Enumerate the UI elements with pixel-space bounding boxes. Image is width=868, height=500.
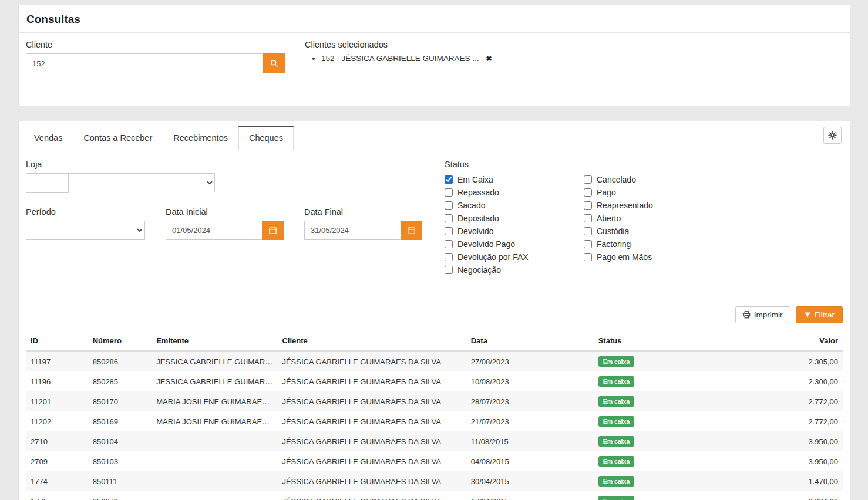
status-option-label: Custódia (597, 227, 629, 236)
checkbox-pago-em-maos[interactable] (584, 253, 592, 261)
checkbox-aberto[interactable] (584, 214, 592, 222)
cell-numero: 850079 (88, 491, 152, 500)
data-inicial-input[interactable] (166, 221, 263, 240)
tab-recebimentos[interactable]: Recebimentos (163, 126, 238, 150)
periodo-label: Período (26, 207, 145, 217)
imprimir-button[interactable]: Imprimir (735, 306, 790, 323)
table-body: 11197850286JESSICA GABRIELLE GUIMARAES D… (26, 351, 843, 500)
cell-data: 28/07/2023 (466, 391, 594, 411)
status-option-factoring[interactable]: Factoring (584, 238, 723, 251)
cell-numero: 850111 (88, 471, 152, 491)
cell-cliente: JÉSSICA GABRIELLE GUIMARAES DA SILVA (277, 491, 466, 500)
cell-cliente: JÉSSICA GABRIELLE GUIMARAES DA SILVA (277, 391, 466, 411)
status-option-label: Devolvido Pago (457, 239, 515, 249)
tabs: VendasContas a ReceberRecebimentosCheque… (19, 121, 850, 150)
checkbox-em-caixa[interactable] (445, 175, 453, 184)
cell-id: 1775 (26, 491, 88, 500)
table-header-row: IDNúmeroEmitenteClienteDataStatusValor (26, 330, 843, 351)
cell-cliente: JÉSSICA GABRIELLE GUIMARAES DA SILVA (277, 471, 466, 491)
filtrar-button[interactable]: Filtrar (796, 306, 843, 323)
cliente-search-input[interactable] (26, 53, 264, 73)
status-option-sacado[interactable]: Sacado (445, 199, 584, 212)
selected-client-item: 152 - JÉSSICA GABRIELLE GUIMARAES ...✖ (321, 54, 492, 63)
status-option-label: Negociação (457, 265, 501, 275)
checkbox-factoring[interactable] (584, 240, 592, 248)
status-option-devolvido[interactable]: Devolvido (445, 225, 584, 238)
tab-vendas[interactable]: Vendas (23, 126, 73, 150)
checkbox-sacado[interactable] (445, 201, 453, 210)
checkbox-repassado[interactable] (445, 188, 453, 197)
data-final-calendar-button[interactable] (401, 221, 422, 240)
status-column-2: CanceladoPagoReapresentadoAbertoCustódia… (584, 173, 723, 276)
table-row: 11202850169MARIA JOSILENE GUIMARÃES SILV… (26, 411, 843, 431)
status-option-label: Devolução por FAX (457, 252, 529, 262)
cell-data: 04/08/2015 (466, 451, 594, 471)
cell-emitente: JESSICA GABRIELLE GUIMARAES D... (152, 371, 277, 391)
status-option-devolucao-por-fax[interactable]: Devolução por FAX (445, 251, 584, 263)
status-option-label: Aberto (597, 214, 621, 223)
selected-client-text: 152 - JÉSSICA GABRIELLE GUIMARAES ... (321, 54, 479, 63)
status-option-pago-em-maos[interactable]: Pago em Mãos (584, 251, 723, 263)
table-row: 2710850104JÉSSICA GABRIELLE GUIMARAES DA… (26, 431, 843, 451)
column-header-id: ID (26, 330, 88, 351)
status-columns: Em CaixaRepassadoSacadoDepositadoDevolvi… (445, 173, 843, 276)
calendar-icon (408, 227, 415, 234)
cell-cliente: JÉSSICA GABRIELLE GUIMARAES DA SILVA (277, 371, 466, 391)
checkbox-devolvido[interactable] (445, 227, 453, 235)
loja-code-input[interactable] (26, 173, 69, 193)
cell-id: 11202 (26, 411, 88, 431)
imprimir-label: Imprimir (754, 310, 783, 319)
status-option-reapresentado[interactable]: Reapresentado (584, 199, 723, 212)
table-row: 11197850286JESSICA GABRIELLE GUIMARAES D… (26, 351, 843, 371)
page: Consultas Cliente Clientes selecionados … (0, 0, 868, 500)
status-option-pago[interactable]: Pago (584, 186, 723, 199)
periodo-select[interactable] (26, 221, 145, 240)
cell-valor: 2.305,00 (700, 351, 843, 371)
status-option-custodia[interactable]: Custódia (584, 225, 723, 238)
checkbox-reapresentado[interactable] (584, 201, 592, 210)
status-option-aberto[interactable]: Aberto (584, 212, 723, 225)
status-option-label: Factoring (597, 239, 631, 249)
cell-cliente: JÉSSICA GABRIELLE GUIMARAES DA SILVA (277, 411, 466, 431)
remove-client-icon[interactable]: ✖ (486, 55, 492, 63)
data-final-input[interactable] (304, 221, 401, 240)
checkbox-custodia[interactable] (584, 227, 592, 235)
status-option-negociacao[interactable]: Negociação (445, 263, 584, 276)
status-label: Status (445, 160, 843, 169)
status-option-cancelado[interactable]: Cancelado (584, 173, 723, 186)
status-option-label: Sacado (457, 201, 485, 210)
status-badge: Em caixa (598, 376, 635, 387)
status-option-label: Cancelado (597, 175, 636, 184)
status-badge: Em caixa (598, 456, 635, 467)
cell-valor: 2.772,00 (700, 411, 843, 431)
checkbox-negociacao[interactable] (445, 266, 453, 274)
cell-status: Em caixa (594, 371, 700, 391)
tab-cheques[interactable]: Cheques (238, 126, 294, 150)
data-inicial-calendar-button[interactable] (262, 221, 284, 240)
loja-select[interactable] (68, 173, 215, 192)
cell-numero: 850169 (88, 411, 152, 431)
selected-clients-block: Clientes selecionados 152 - JÉSSICA GABR… (305, 40, 492, 73)
cell-status: Em caixa (594, 411, 700, 431)
calendar-icon (269, 227, 277, 234)
status-option-depositado[interactable]: Depositado (445, 212, 584, 225)
checkbox-devolvido-pago[interactable] (445, 240, 453, 248)
status-filters: Status Em CaixaRepassadoSacadoDepositado… (445, 160, 843, 276)
tab-contas-a-receber[interactable]: Contas a Receber (73, 126, 163, 150)
checkbox-pago[interactable] (584, 188, 592, 197)
checkbox-cancelado[interactable] (584, 175, 592, 184)
checkbox-depositado[interactable] (445, 214, 453, 222)
status-option-devolvido-pago[interactable]: Devolvido Pago (445, 238, 584, 251)
cell-emitente (152, 471, 277, 491)
status-option-em-caixa[interactable]: Em Caixa (445, 173, 584, 186)
column-header-data: Data (466, 330, 594, 351)
cliente-search-button[interactable] (263, 53, 285, 73)
checkbox-devolucao-por-fax[interactable] (445, 253, 453, 261)
gear-icon (828, 131, 837, 140)
status-option-repassado[interactable]: Repassado (445, 186, 584, 199)
settings-button[interactable] (823, 127, 842, 144)
cell-emitente (152, 431, 277, 451)
cell-valor: 2.772,00 (700, 391, 843, 411)
loja-row (26, 173, 445, 193)
filter-icon (804, 312, 811, 319)
